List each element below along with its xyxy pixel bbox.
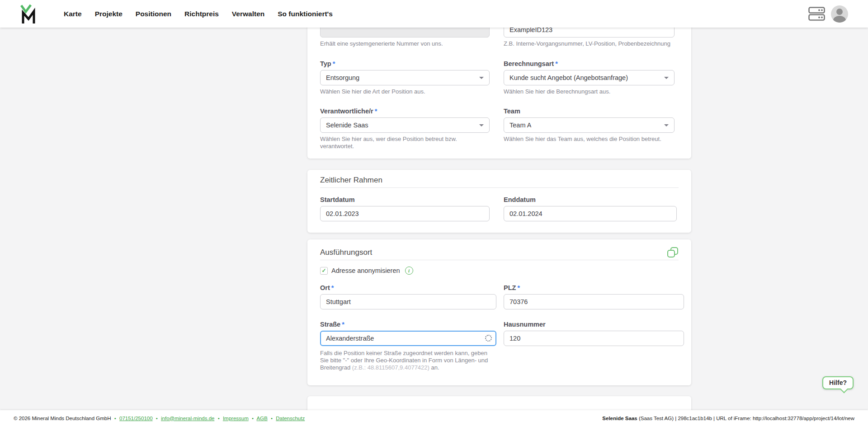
nav-item-projekte[interactable]: Projekte [95,10,123,18]
row-verantwortliche-team: Verantwortliche/r* Selenide Saas Wählen … [320,108,679,150]
nav-item-richtpreis[interactable]: Richtpreis [184,10,219,18]
field-ort: Ort* [320,284,496,309]
enddatum-input[interactable] [504,206,677,221]
verantwortliche-helper: Wählen Sie hier aus, wer diese Position … [320,136,490,150]
field-startdatum: Startdatum [320,196,490,221]
field-berechnungsart: Berechnungsart* Kunde sucht Angebot (Ang… [504,60,675,95]
anonymisieren-checkbox[interactable]: ✓ [320,267,328,275]
footer-link-impressum[interactable]: Impressum [223,416,249,421]
team-select[interactable]: Team A [504,117,675,133]
chevron-down-icon [479,77,484,79]
mineral-minds-logo-icon[interactable] [20,4,38,24]
required-mark: * [517,284,520,291]
required-mark: * [333,60,335,67]
copy-icon[interactable] [667,247,679,258]
help-button[interactable]: Hilfe? [822,376,854,389]
card-basisdaten: Erhält eine systemgenerierte Nummer von … [307,22,691,159]
field-plz: PLZ* [504,284,684,309]
required-mark: * [342,321,344,328]
hausnummer-label: Hausnummer [504,321,684,329]
divider [320,260,679,260]
footer-left: © 2026 Mineral Minds Deutschland GmbH • … [14,416,305,421]
footer-link-datenschutz[interactable]: Datenschutz [276,416,305,421]
verantwortliche-label: Verantwortliche/r* [320,108,490,116]
ort-label: Ort* [320,284,496,292]
ort-input[interactable] [320,294,496,309]
required-mark: * [375,108,377,115]
startdatum-input[interactable] [320,206,490,221]
card-zeitlicher-rahmen: Zeitlicher Rahmen Startdatum Enddatum [307,170,691,233]
externe-id-helper: Z.B. Interne-Vorgangsnummer, LV-Position… [504,40,675,47]
typ-label: Typ* [320,60,490,68]
chevron-down-icon [664,77,669,79]
field-verantwortliche: Verantwortliche/r* Selenide Saas Wählen … [320,108,490,150]
nav-item-positionen[interactable]: Positionen [136,10,171,18]
team-label: Team [504,108,675,116]
typ-select-value: Entsorgung [326,74,359,81]
footer: © 2026 Mineral Minds Deutschland GmbH • … [0,410,868,426]
field-typ: Typ* Entsorgung Wählen Sie hier die Art … [320,60,490,95]
row-typ-berechnungsart: Typ* Entsorgung Wählen Sie hier die Art … [320,60,679,95]
plz-input[interactable] [504,294,684,309]
server-icon[interactable] [808,7,825,21]
info-icon[interactable]: i [405,267,413,275]
footer-separator: • [252,416,254,421]
speech-bubble-tail [840,386,848,393]
geo-example: (z.B.: 48.8115607,9.4077422) [352,364,429,371]
top-navbar: Karte Projekte Positionen Richtpreis Ver… [0,0,868,28]
strasse-label: Straße* [320,321,496,329]
verantwortliche-select-value: Selenide Saas [326,122,368,129]
row-ort-plz: Ort* PLZ* [320,284,679,309]
field-team: Team Team A Wählen Sie hier das Team aus… [504,108,675,150]
hausnummer-input[interactable] [504,331,684,346]
footer-link-agb[interactable]: AGB [257,416,268,421]
startdatum-label: Startdatum [320,196,490,204]
anonymisieren-label: Adresse anonymisieren [331,267,400,274]
row-strasse-hausnummer: Straße* Falls die Position keiner Straße… [320,321,679,371]
session-user: Selenide Saas [602,416,637,421]
team-helper: Wählen Sie hier das Team aus, welches di… [504,136,675,143]
main-navigation: Karte Projekte Positionen Richtpreis Ver… [64,10,333,18]
plz-label: PLZ* [504,284,684,292]
footer-separator: • [218,416,220,421]
nav-item-karte[interactable]: Karte [64,10,82,18]
check-icon: ✓ [321,268,326,273]
verantwortliche-select[interactable]: Selenide Saas [320,117,490,133]
loading-spinner-icon [485,335,492,342]
row-dates: Startdatum Enddatum [320,196,679,221]
anonymisieren-row: ✓ Adresse anonymisieren i [320,267,679,275]
help-button-label: Hilfe? [829,379,847,386]
nav-item-so-funktionierts[interactable]: So funktioniert's [278,10,333,18]
avatar-body-icon [833,16,846,23]
berechnungsart-select-value: Kunde sucht Angebot (Angebotsanfrage) [509,74,628,81]
section-title-ausfuehrungsort: Ausführungsort [320,239,679,257]
page: { "nav": { "items": ["Karte", "Projekte"… [0,0,868,426]
field-strasse: Straße* Falls die Position keiner Straße… [320,321,496,371]
required-mark: * [555,60,558,67]
chevron-down-icon [479,124,484,126]
required-mark: * [331,284,334,291]
field-enddatum: Enddatum [504,196,677,221]
footer-link-email[interactable]: info@mineral-minds.de [161,416,214,421]
footer-link-phone[interactable]: 07151/250100 [119,416,153,421]
user-avatar[interactable] [831,5,848,23]
chevron-down-icon [664,124,669,126]
nav-item-verwalten[interactable]: Verwalten [232,10,264,18]
team-select-value: Team A [509,122,531,129]
berechnungsart-helper: Wählen Sie hier die Berechnungsart aus. [504,88,675,95]
navbar-right [808,0,848,28]
footer-separator: • [156,416,158,421]
strasse-input-wrap [320,331,496,346]
section-title-zeitlicher-rahmen: Zeitlicher Rahmen [320,170,679,185]
nummer-helper: Erhält eine systemgenerierte Nummer von … [320,40,490,47]
footer-session-info: Selenide Saas (Saas Test AG) | 298c1ac1b… [602,416,854,421]
berechnungsart-select[interactable]: Kunde sucht Angebot (Angebotsanfrage) [504,70,675,85]
strasse-input[interactable] [320,331,496,346]
footer-separator: • [271,416,273,421]
typ-select[interactable]: Entsorgung [320,70,490,85]
typ-helper: Wählen Sie hier die Art der Position aus… [320,88,490,95]
field-hausnummer: Hausnummer [504,321,684,371]
avatar-head-icon [836,9,843,15]
berechnungsart-label: Berechnungsart* [504,60,675,68]
strasse-helper: Falls die Position keiner Straße zugeord… [320,350,496,371]
